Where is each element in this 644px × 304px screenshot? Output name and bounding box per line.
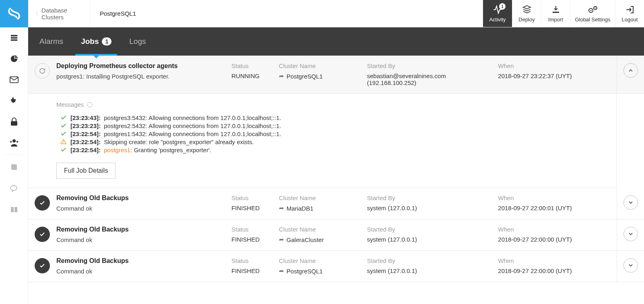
share-icon: ➦ <box>279 72 284 80</box>
deploy-icon <box>522 4 532 15</box>
loading-spinner-icon <box>87 102 93 108</box>
nav-lock-icon[interactable] <box>0 111 28 132</box>
log-message: [23:22:54]: postgres1: Granting 'postgre… <box>60 147 616 154</box>
nav-servers-icon[interactable] <box>0 27 28 48</box>
import-icon <box>551 4 561 15</box>
expand-button[interactable] <box>623 258 638 273</box>
cluster-link[interactable]: ➦PostgreSQL1 <box>279 267 323 275</box>
log-message: [23:22:54]: postgres1:5432: Allowing con… <box>60 130 616 138</box>
topbar: 〈 Database Clusters PostgreSQL1 1 Activi… <box>28 0 644 27</box>
logout-icon <box>625 4 635 15</box>
svg-rect-16 <box>63 143 64 143</box>
svg-point-6 <box>10 141 12 143</box>
nav-piechart-icon[interactable] <box>0 48 28 69</box>
refresh-icon <box>35 63 50 79</box>
nav-gift-icon[interactable] <box>0 199 28 219</box>
check-icon <box>60 130 66 138</box>
svg-point-7 <box>16 141 18 143</box>
action-import[interactable]: Import <box>541 0 570 27</box>
job-status: RUNNING <box>231 72 279 79</box>
log-message: [23:23:23]: postgres2:5432: Allowing con… <box>60 122 616 130</box>
log-message: [23:23:43]: postgres3:5432: Allowing con… <box>60 114 616 122</box>
check-icon <box>35 227 50 242</box>
page-title: PostgreSQL1 <box>90 0 483 27</box>
log-message: [23:22:54]: Skipping create: role "postg… <box>60 139 616 146</box>
leftbar <box>0 0 28 304</box>
tab-jobs[interactable]: Jobs 1 <box>81 27 111 56</box>
nav-users-icon[interactable] <box>0 132 28 153</box>
tabbar: Alarms Jobs 1 Logs <box>28 27 644 56</box>
job-row: Removing Old BackupsCommand ok StatusFIN… <box>28 251 644 282</box>
job-row: Removing Old BackupsCommand ok StatusFIN… <box>28 219 644 251</box>
check-icon <box>35 195 50 211</box>
check-icon <box>35 258 50 273</box>
nav-puzzle-icon[interactable] <box>0 90 28 111</box>
chevron-left-icon: 〈 <box>33 10 38 17</box>
action-logout[interactable]: Logout <box>615 0 644 27</box>
check-icon <box>60 147 66 154</box>
activity-badge: 1 <box>499 3 506 10</box>
job-title: Deploying Prometheus collector agents <box>56 62 231 70</box>
nav-chat-icon[interactable] <box>0 178 28 199</box>
nav-mail-icon[interactable] <box>0 69 28 90</box>
warning-icon <box>60 139 66 146</box>
job-subtitle: postgres1: Installing PostgreSQL exporte… <box>56 73 231 80</box>
breadcrumb-back: Database Clusters <box>41 7 90 21</box>
gears-icon <box>587 4 599 15</box>
expand-button[interactable] <box>623 227 638 241</box>
svg-point-14 <box>594 8 595 8</box>
cluster-link[interactable]: ➦PostgreSQL1 <box>279 72 323 80</box>
svg-rect-0 <box>10 35 17 37</box>
share-icon: ➦ <box>279 205 284 212</box>
expand-button[interactable] <box>623 195 638 210</box>
share-icon: ➦ <box>279 236 284 243</box>
svg-point-5 <box>12 139 16 143</box>
job-messages-panel: Messages [23:23:43]: postgres3:5432: All… <box>28 94 617 188</box>
job-row: Removing Old BackupsCommand ok StatusFIN… <box>28 188 644 219</box>
svg-rect-2 <box>10 39 17 41</box>
cluster-link[interactable]: ➦GaleraCluster <box>279 236 324 243</box>
svg-rect-15 <box>63 141 64 143</box>
check-icon <box>60 122 66 130</box>
cluster-link[interactable]: ➦MariaDB1 <box>279 205 314 212</box>
action-deploy[interactable]: Deploy <box>512 0 541 27</box>
breadcrumb[interactable]: 〈 Database Clusters <box>28 0 90 27</box>
check-icon <box>60 114 66 122</box>
action-global-settings[interactable]: Global Settings <box>570 0 615 27</box>
tab-alarms[interactable]: Alarms <box>39 27 63 56</box>
full-job-details-button[interactable]: Full Job Details <box>56 163 116 179</box>
svg-rect-1 <box>10 37 17 39</box>
logo-icon[interactable] <box>0 0 28 27</box>
share-icon: ➦ <box>279 267 284 275</box>
job-row: Deploying Prometheus collector agents po… <box>28 56 644 94</box>
nav-docs-icon[interactable] <box>0 157 28 178</box>
svg-rect-10 <box>14 207 14 212</box>
svg-rect-4 <box>11 121 17 126</box>
collapse-button[interactable] <box>623 63 638 78</box>
svg-point-12 <box>590 10 591 11</box>
jobs-count: 1 <box>102 37 111 45</box>
action-activity[interactable]: 1 Activity <box>483 0 512 27</box>
tab-logs[interactable]: Logs <box>129 27 146 56</box>
